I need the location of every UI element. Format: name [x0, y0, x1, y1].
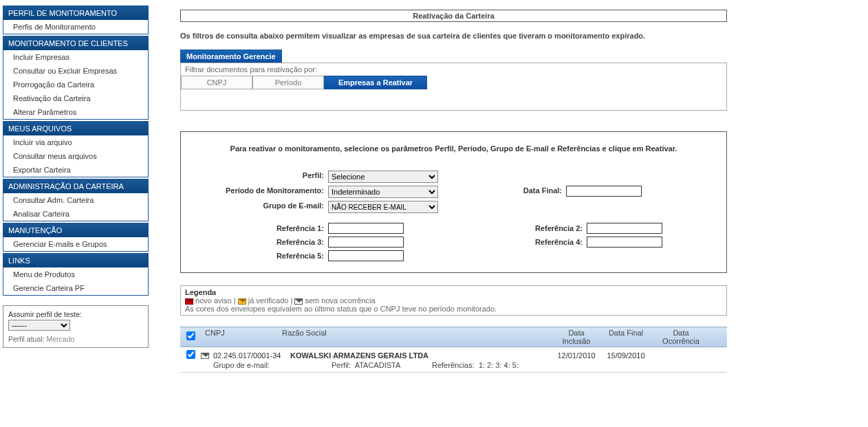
table-row: 02.245.017/0001-34 KOWALSKI ARMAZENS GER…: [180, 347, 727, 360]
menu-item[interactable]: Prorrogação da Carteira: [3, 78, 148, 91]
label-grupo: Grupo de E-mail:: [191, 201, 328, 213]
profile-select[interactable]: ------: [8, 320, 70, 331]
main-content: Reativação da Carteira Os filtros de con…: [149, 0, 868, 373]
legend-novo: novo aviso: [195, 296, 232, 305]
menu-item[interactable]: Gerenciar E-mails e Grupos: [3, 237, 148, 251]
legend-box: Legenda novo aviso | já verificado | sem…: [180, 285, 727, 316]
filter-tab[interactable]: Empresas a Reativar: [324, 76, 427, 89]
menu-item[interactable]: Consultar Adm. Carteira: [3, 193, 148, 207]
legend-title: Legenda: [185, 288, 722, 296]
section-tab-header: Monitoramento Gerencie: [180, 50, 282, 63]
menu-item[interactable]: Gerencie Carteira PF: [3, 281, 148, 295]
input-ref1[interactable]: [328, 223, 404, 234]
filter-tab[interactable]: Período: [252, 76, 324, 89]
input-ref2[interactable]: [587, 223, 662, 234]
input-ref4[interactable]: [587, 237, 662, 248]
menu-item[interactable]: Incluir via arquivo: [3, 135, 148, 149]
label-data-final: Data Final:: [438, 186, 566, 198]
profile-label: Assumir perfil de teste:: [8, 310, 143, 318]
table-row-detail: Grupo de e-mail: Perfil: ATACADISTA Refe…: [180, 360, 727, 373]
menu-item[interactable]: Exportar Carteira: [3, 163, 148, 177]
menu-header: LINKS: [3, 254, 148, 267]
cell-razao: KOWALSKI ARMAZENS GERAIS LTDA: [290, 351, 552, 360]
row-perfil-label: Perfil:: [332, 361, 351, 369]
select-periodo[interactable]: Indeterminado: [328, 186, 438, 198]
label-ref2: Referência 2:: [417, 224, 587, 232]
cell-data-inclusao: 12/01/2010: [552, 351, 601, 360]
label-ref5: Referência 5:: [191, 252, 328, 260]
row-grupo-label: Grupo de e-mail:: [213, 361, 332, 369]
th-data-ocorrencia[interactable]: Data Ocorrência: [651, 327, 711, 347]
legend-verificado: já verificado: [248, 296, 289, 305]
th-cnpj[interactable]: CNPJ: [201, 327, 278, 347]
menu-header: MONITORAMENTO DE CLIENTES: [3, 36, 148, 50]
menu-item[interactable]: Incluir Empresas: [3, 50, 148, 64]
input-ref5[interactable]: [328, 250, 404, 261]
envelope-red-icon: [185, 298, 193, 305]
menu-header: MANUTENÇÃO: [3, 223, 148, 237]
filter-box: Filtrar documentos para reativação por: …: [180, 63, 727, 111]
filter-tabs: CNPJPeríodoEmpresas a Reativar: [181, 76, 726, 89]
menu-item[interactable]: Analisar Carteira: [3, 207, 148, 221]
page-description: Os filtros de consulta abaixo permitem v…: [180, 32, 727, 40]
table-header-row: CNPJ Razão Social Data Inclusão Data Fin…: [180, 327, 727, 347]
filter-label: Filtrar documentos para reativação por:: [181, 63, 726, 76]
menu-item[interactable]: Consultar ou Excluir Empresas: [3, 64, 148, 78]
page-title: Reativação da Carteira: [180, 10, 727, 22]
th-data-final[interactable]: Data Final: [601, 327, 651, 347]
cell-cnpj: 02.245.017/0001-34: [213, 351, 290, 360]
menu-item[interactable]: Alterar Parâmetros: [3, 105, 148, 119]
select-grupo[interactable]: NÃO RECEBER E-MAIL: [328, 201, 438, 213]
menu-header: PERFIL DE MONITORAMENTO: [3, 6, 148, 20]
input-data-final[interactable]: [566, 186, 642, 197]
profile-current-value: Mercado: [46, 335, 74, 343]
row-perfil-value: ATACADISTA: [355, 361, 401, 369]
menu-header: ADMINISTRAÇÃO DA CARTEIRA: [3, 179, 148, 193]
th-data-inclusao[interactable]: Data Inclusão: [552, 327, 601, 347]
reactivation-form: Para reativar o monitoramento, selecione…: [180, 131, 727, 273]
th-razao[interactable]: Razão Social: [278, 327, 552, 347]
input-ref3[interactable]: [328, 237, 404, 248]
row-ref-values: 1: 2: 3: 4: 5:: [479, 361, 519, 369]
row-checkbox[interactable]: [186, 350, 195, 359]
menu-item[interactable]: Consultar meus arquivos: [3, 149, 148, 163]
profile-current-label: Perfil atual:: [8, 335, 45, 343]
label-ref1: Referência 1:: [191, 224, 328, 232]
select-all-checkbox[interactable]: [186, 331, 195, 340]
select-perfil[interactable]: Selecione: [328, 171, 438, 183]
envelope-yellow-icon: [238, 298, 246, 305]
label-ref4: Referência 4:: [417, 238, 587, 246]
legend-note: As cores dos envelopes equivalem ao últi…: [185, 305, 722, 313]
label-ref3: Referência 3:: [191, 238, 328, 246]
cell-data-final: 15/09/2010: [601, 351, 651, 360]
envelope-white-icon: [201, 353, 209, 359]
results-table: CNPJ Razão Social Data Inclusão Data Fin…: [180, 327, 727, 373]
filter-tab[interactable]: CNPJ: [181, 76, 252, 89]
label-periodo: Período de Monitoramento:: [191, 186, 328, 198]
legend-sem-nova: sem nova ocorrência: [305, 296, 375, 305]
menu-header: MEUS ARQUIVOS: [3, 122, 148, 135]
label-perfil: Perfil:: [191, 171, 328, 183]
sidebar: PERFIL DE MONITORAMENTOPerfis de Monitor…: [0, 0, 149, 373]
profile-box: Assumir perfil de teste: ------ Perfil a…: [3, 305, 149, 348]
menu-item[interactable]: Menu de Produtos: [3, 267, 148, 281]
envelope-white-icon: [294, 298, 303, 305]
menu-item[interactable]: Perfis de Monitoramento: [3, 20, 148, 34]
form-instruction: Para reativar o monitoramento, selecione…: [191, 144, 717, 153]
menu-item[interactable]: Reativação da Carteira: [3, 91, 148, 105]
row-ref-label: Referências:: [432, 361, 475, 369]
